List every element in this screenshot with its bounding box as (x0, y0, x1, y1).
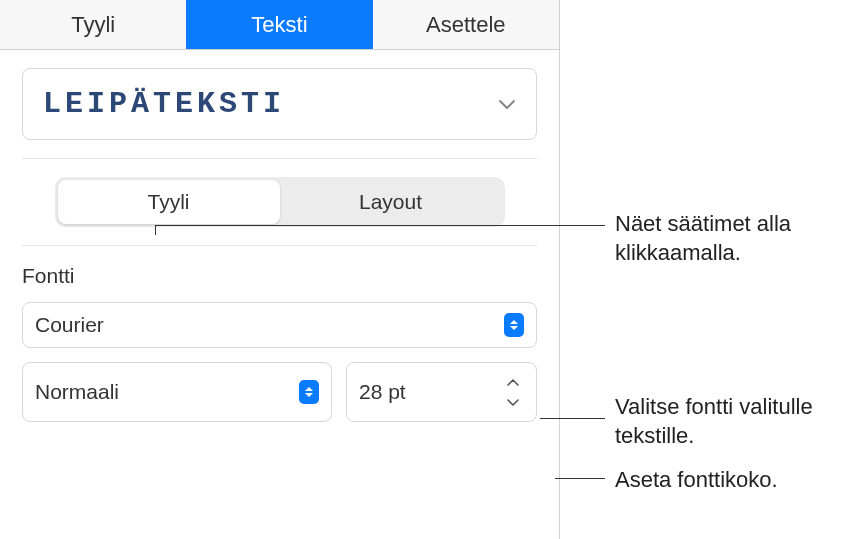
font-weight-select[interactable]: Normaali (22, 362, 332, 422)
subtab-style[interactable]: Tyyli (58, 180, 280, 224)
font-family-select[interactable]: Courier (22, 302, 537, 348)
tab-arrange[interactable]: Asettele (373, 0, 559, 49)
annotation-size-hint: Aseta fonttikoko. (615, 466, 830, 495)
format-tabs: Tyyli Teksti Asettele (0, 0, 559, 50)
subtab-style-label: Tyyli (148, 190, 190, 213)
tab-text[interactable]: Teksti (186, 0, 372, 49)
chevron-down-icon (498, 98, 516, 110)
annotation-segment-hint: Näet säätimet alla klikkaamalla. (615, 210, 830, 267)
font-section-label: Fontti (22, 264, 537, 288)
divider (22, 245, 537, 246)
callout-line (540, 418, 605, 419)
tab-style[interactable]: Tyyli (0, 0, 186, 49)
subtab-layout[interactable]: Layout (280, 180, 502, 224)
tab-style-label: Tyyli (71, 12, 115, 38)
subtab-layout-label: Layout (359, 190, 422, 213)
tab-arrange-label: Asettele (426, 12, 506, 38)
font-size-field[interactable]: 28 pt (346, 362, 537, 422)
font-size-increment[interactable] (502, 373, 524, 392)
callout-tick (155, 225, 156, 235)
tab-text-label: Teksti (251, 12, 307, 38)
paragraph-style-label: Leipäteksti (43, 87, 285, 121)
divider (22, 158, 537, 159)
annotation-font-hint: Valitse fontti valitulle tekstille. (615, 393, 830, 450)
updown-icon (299, 380, 319, 404)
callout-line (555, 478, 605, 479)
text-subtabs: Tyyli Layout (55, 177, 505, 227)
paragraph-style-dropdown[interactable]: Leipäteksti (22, 68, 537, 140)
font-weight-value: Normaali (35, 380, 119, 404)
font-family-value: Courier (35, 313, 104, 337)
font-size-value: 28 pt (359, 380, 406, 404)
callout-line (155, 225, 605, 226)
updown-icon (504, 313, 524, 337)
font-size-decrement[interactable] (502, 392, 524, 411)
font-size-stepper (502, 373, 524, 411)
